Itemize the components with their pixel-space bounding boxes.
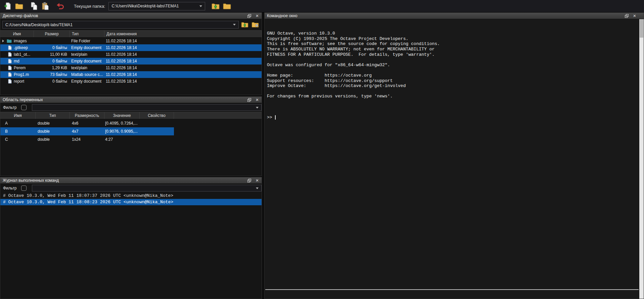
command-window-titlebar[interactable]: Командное окно × bbox=[265, 13, 644, 19]
file-type: Empty document bbox=[70, 78, 104, 85]
column-header-type[interactable]: Тип bbox=[36, 112, 70, 119]
file-browser-path-combo[interactable]: C:/Users/Nika/Desktop/it-labs/TEMA1 bbox=[2, 21, 239, 29]
file-date: 11.02.2026 18:14 bbox=[104, 58, 262, 65]
history-item[interactable]: # Octave 10.3.0, Wed Feb 11 18:07:37 202… bbox=[0, 193, 262, 199]
file-row[interactable]: md 0 байты Empty document 11.02.2026 18:… bbox=[0, 58, 262, 65]
variable-row[interactable]: A double 4x6 [0.4095, 0.7264,... bbox=[0, 119, 174, 127]
close-button[interactable]: × bbox=[633, 14, 637, 18]
workspace-titlebar[interactable]: Область переменных × bbox=[0, 97, 262, 103]
file-type: Empty document bbox=[70, 44, 104, 51]
file-date: 11.02.2026 18:14 bbox=[104, 78, 262, 85]
open-folder-icon bbox=[15, 3, 23, 9]
file-table-body: images File Folder 11.02.2026 18:14 .git… bbox=[0, 38, 262, 85]
undock-button[interactable] bbox=[247, 98, 251, 102]
file-row[interactable]: Perem 1,29 KiB text/plain 11.02.2026 18:… bbox=[0, 65, 262, 71]
command-window-panel: Командное окно × GNU Octave, version 10.… bbox=[264, 12, 644, 299]
command-history-panel: Журнал выполненных команд × Фильтр # Oct… bbox=[0, 177, 262, 299]
file-name: Perem bbox=[14, 66, 26, 70]
undock-icon bbox=[247, 14, 251, 18]
paste-icon bbox=[42, 2, 49, 10]
file-row[interactable]: Prog1.m 73 байты Matlab source c... 11.0… bbox=[0, 71, 262, 78]
filter-checkbox[interactable] bbox=[21, 185, 27, 191]
scrollbar-thumb[interactable] bbox=[640, 19, 643, 38]
variable-dims: 4x7 bbox=[70, 127, 104, 135]
column-header-size[interactable]: Размер bbox=[34, 31, 70, 37]
column-header-date[interactable]: Дата изменения bbox=[104, 31, 262, 37]
file-name: .gitkeep bbox=[14, 45, 28, 50]
column-header-dims[interactable]: Размерность bbox=[70, 112, 104, 119]
file-row[interactable]: images File Folder 11.02.2026 18:14 bbox=[0, 38, 262, 44]
file-date: 11.02.2026 18:14 bbox=[104, 51, 262, 58]
vertical-scrollbar[interactable] bbox=[639, 19, 644, 299]
prompt-line[interactable]: >> bbox=[267, 115, 644, 120]
column-header-name[interactable]: Имя bbox=[0, 31, 34, 37]
file-browser-path-value: C:/Users/Nika/Desktop/it-labs/TEMA1 bbox=[5, 23, 73, 27]
variable-dims: 1x24 bbox=[70, 135, 104, 143]
variable-value: [0.9076, 0.9095,... bbox=[104, 127, 140, 135]
history-titlebar[interactable]: Журнал выполненных команд × bbox=[0, 177, 262, 184]
undock-button[interactable] bbox=[247, 14, 251, 18]
chevron-down-icon bbox=[256, 107, 259, 109]
variable-attr bbox=[140, 127, 174, 135]
panel-title: Командное окно bbox=[267, 13, 297, 18]
file-name: md bbox=[14, 59, 19, 63]
file-name: report bbox=[14, 79, 24, 84]
folder-up-button[interactable] bbox=[211, 1, 221, 11]
close-button[interactable]: × bbox=[255, 98, 259, 102]
folder-up-button[interactable] bbox=[240, 20, 249, 29]
workspace-filter-combo[interactable] bbox=[32, 104, 262, 111]
undo-button[interactable] bbox=[55, 1, 65, 11]
filter-label: Фильтр bbox=[3, 105, 16, 110]
command-window-output[interactable]: GNU Octave, version 10.3.0 Copyright (C)… bbox=[265, 19, 644, 130]
file-size: 1,29 KiB bbox=[34, 65, 70, 71]
variable-name: B bbox=[0, 127, 36, 135]
panel-title: Область переменных bbox=[3, 97, 43, 102]
close-button[interactable]: × bbox=[255, 178, 259, 182]
file-size: 0 байты bbox=[34, 44, 70, 51]
column-header-name[interactable]: Имя bbox=[0, 112, 36, 119]
new-script-button[interactable] bbox=[3, 1, 13, 11]
folder-actions-button[interactable] bbox=[250, 20, 260, 29]
horizontal-scrollbar[interactable] bbox=[265, 289, 639, 290]
history-filter-combo[interactable] bbox=[32, 185, 262, 191]
filter-checkbox[interactable] bbox=[21, 105, 27, 110]
variable-value: 4:27 bbox=[104, 135, 140, 143]
variable-value: [0.4095, 0.7264,... bbox=[104, 119, 140, 127]
workspace-table-body: A double 4x6 [0.4095, 0.7264,... B doubl… bbox=[0, 119, 262, 143]
browse-folder-button[interactable] bbox=[222, 1, 232, 11]
workspace-table-header: Имя Тип Размерность Значение Свойство bbox=[0, 112, 262, 119]
variable-row[interactable]: C double 1x24 4:27 bbox=[0, 135, 174, 143]
variable-attr bbox=[140, 135, 174, 143]
column-header-type[interactable]: Тип bbox=[70, 31, 104, 37]
file-size: 11,00 KiB bbox=[34, 51, 70, 58]
file-date: 11.02.2026 18:14 bbox=[104, 65, 262, 71]
file-row[interactable]: lab1_ot... 11,00 KiB text/plain 11.02.20… bbox=[0, 51, 262, 58]
current-folder-combo[interactable]: C:\Users\Nika\Desktop\it-labs\TEMA1 bbox=[108, 2, 205, 10]
variable-row[interactable]: B double 4x7 [0.9076, 0.9095,... bbox=[0, 127, 174, 135]
current-folder-value: C:\Users\Nika\Desktop\it-labs\TEMA1 bbox=[111, 4, 179, 8]
file-size bbox=[34, 38, 70, 44]
undock-button[interactable] bbox=[247, 178, 251, 182]
document-icon bbox=[8, 72, 12, 77]
column-header-attr[interactable]: Свойство bbox=[140, 112, 174, 119]
paste-button[interactable] bbox=[40, 1, 50, 11]
column-header-value[interactable]: Значение bbox=[104, 112, 140, 119]
file-name: images bbox=[14, 39, 27, 43]
file-row[interactable]: report 0 байты Empty document 11.02.2026… bbox=[0, 78, 262, 85]
copy-button[interactable] bbox=[29, 1, 39, 11]
open-button[interactable] bbox=[14, 1, 24, 11]
history-item[interactable]: # Octave 10.3.0, Wed Feb 11 18:08:23 202… bbox=[0, 199, 262, 205]
close-button[interactable]: × bbox=[255, 14, 259, 18]
undock-icon bbox=[247, 98, 251, 102]
file-browser-titlebar[interactable]: Диспетчер файлов × bbox=[0, 13, 262, 19]
tree-expander-icon[interactable] bbox=[2, 40, 4, 42]
file-type: File Folder bbox=[70, 38, 104, 44]
filter-label: Фильтр bbox=[3, 186, 16, 190]
file-size: 73 байты bbox=[34, 71, 70, 78]
variable-type: double bbox=[36, 127, 70, 135]
file-row[interactable]: .gitkeep 0 байты Empty document 11.02.20… bbox=[0, 44, 262, 51]
file-browser-panel: Диспетчер файлов × C:/Users/Nika/Desktop… bbox=[0, 12, 262, 95]
undock-button[interactable] bbox=[625, 14, 629, 18]
document-icon bbox=[8, 66, 12, 70]
folder-up-icon bbox=[212, 3, 220, 9]
